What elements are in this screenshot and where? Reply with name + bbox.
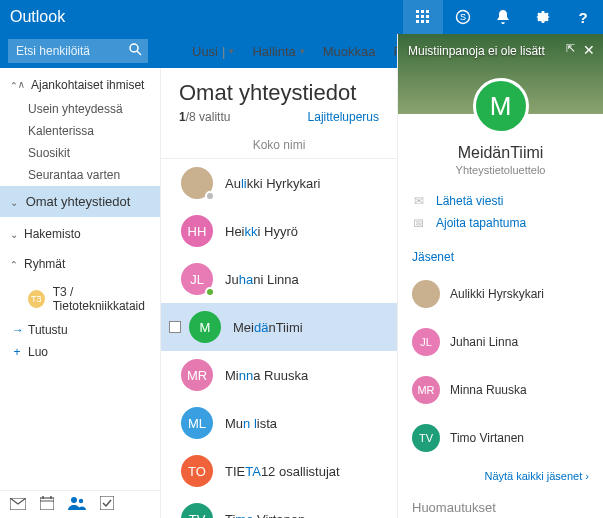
hero-controls: ⇱ ✕: [566, 42, 595, 58]
nav-own-contacts-label: Omat yhteystiedot: [26, 194, 131, 209]
people-icon[interactable]: [68, 496, 86, 513]
edit-button[interactable]: Muokkaa: [323, 44, 376, 59]
svg-rect-20: [100, 496, 114, 510]
brand-label: Outlook: [10, 8, 65, 26]
nav-sub-item[interactable]: Suosikit: [0, 142, 160, 164]
search-input[interactable]: [8, 39, 148, 63]
contact-row[interactable]: MLMun lista: [161, 399, 397, 447]
mail-icon[interactable]: [10, 497, 26, 513]
svg-rect-5: [426, 15, 429, 18]
svg-rect-14: [40, 498, 54, 510]
sort-link[interactable]: Lajitteluperus: [308, 110, 379, 124]
chevron-down-icon: ▾: [229, 46, 234, 56]
selected-n: 1: [179, 110, 186, 124]
avatar: MR: [181, 359, 213, 391]
nav-own-contacts[interactable]: ⌄ Omat yhteystiedot: [0, 186, 160, 217]
nav-directory-label: Hakemisto: [24, 227, 81, 241]
manage-label: Hallinta: [252, 44, 295, 59]
tasks-icon[interactable]: [100, 496, 114, 513]
search-icon[interactable]: [129, 43, 142, 59]
detail-hero: Muistiinpanoja ei ole lisätt ⇱ ✕ M: [398, 34, 603, 114]
chevron-right-icon: ›: [585, 470, 589, 482]
member-row[interactable]: JLJuhani Linna: [398, 318, 603, 366]
avatar: MR: [412, 376, 440, 404]
detail-actions: ✉ Lähetä viesti 📅︎ Ajoita tapahtuma: [412, 190, 603, 234]
total-n: 8: [189, 110, 196, 124]
skype-icon[interactable]: S: [443, 0, 483, 34]
nav-sub-item[interactable]: Usein yhteydessä: [0, 98, 160, 120]
help-icon[interactable]: ?: [563, 0, 603, 34]
contact-row[interactable]: JLJuhani Linna: [161, 255, 397, 303]
new-button[interactable]: + Uusi | ▾: [174, 44, 234, 59]
svg-rect-7: [421, 20, 424, 23]
popout-icon[interactable]: ⇱: [566, 42, 575, 58]
svg-text:S: S: [460, 12, 466, 22]
calendar-icon[interactable]: [40, 496, 54, 513]
nav-create[interactable]: + Luo: [0, 339, 160, 361]
svg-rect-6: [416, 20, 419, 23]
member-row[interactable]: TVTimo Virtanen: [398, 414, 603, 462]
schedule-label: Ajoita tapahtuma: [436, 216, 526, 230]
schedule-action[interactable]: 📅︎ Ajoita tapahtuma: [412, 212, 603, 234]
contact-name: Heikki Hyyrö: [225, 224, 298, 239]
show-all-members[interactable]: Näytä kaikki jäsenet ›: [398, 462, 603, 490]
nav-explore[interactable]: → Tutustu: [0, 317, 160, 339]
svg-rect-2: [426, 10, 429, 13]
calendar-icon: 📅︎: [412, 216, 426, 230]
contact-row[interactable]: MRMinna Ruuska: [161, 351, 397, 399]
nav-groups-label: Ryhmät: [24, 257, 65, 271]
avatar: JL: [181, 263, 213, 295]
svg-rect-4: [421, 15, 424, 18]
send-label: Lähetä viesti: [436, 194, 503, 208]
list-header: Omat yhteystiedot 1/8 valittu Lajittelup…: [161, 68, 397, 128]
contact-row[interactable]: TOTIETA12 osallistujat: [161, 447, 397, 495]
chevron-down-icon: ⌄: [10, 197, 18, 208]
detail-name-block: MeidänTiimi Yhteystietoluettelo: [398, 144, 603, 176]
plus-icon: +: [174, 44, 188, 58]
gear-icon[interactable]: [523, 0, 563, 34]
mail-icon: ✉: [412, 194, 426, 208]
member-name: Juhani Linna: [450, 335, 518, 349]
new-label: Uusi: [192, 44, 218, 59]
nav-group-item[interactable]: T3T3 / Tietotekniikkataid: [0, 277, 160, 317]
svg-point-18: [71, 497, 77, 503]
contact-row[interactable]: Aulikki Hyrkykari: [161, 159, 397, 207]
header-icons: S ?: [403, 0, 603, 34]
contact-name: Juhani Linna: [225, 272, 299, 287]
module-switcher: [0, 490, 160, 518]
column-header[interactable]: Koko nimi: [161, 128, 397, 159]
contact-row[interactable]: HHHeikki Hyyrö: [161, 207, 397, 255]
close-icon[interactable]: ✕: [583, 42, 595, 58]
avatar: TV: [181, 503, 213, 518]
nav-explore-label: Tutustu: [28, 323, 68, 337]
nav-relevant-people[interactable]: ⌄ Ajankohtaiset ihmiset: [0, 68, 160, 98]
nav-relevant-label: Ajankohtaiset ihmiset: [31, 78, 144, 92]
app-header: Outlook S ?: [0, 0, 603, 34]
arrow-icon: →: [12, 323, 22, 337]
member-row[interactable]: Aulikki Hyrskykari: [398, 270, 603, 318]
contact-name: Mun lista: [225, 416, 277, 431]
contact-row[interactable]: TVTimo Virtanen: [161, 495, 397, 518]
contact-name: Timo Virtanen: [225, 512, 305, 519]
nav-create-label: Luo: [28, 345, 48, 359]
manage-button[interactable]: Hallinta ▾: [252, 44, 304, 59]
detail-pane: Muistiinpanoja ei ole lisätt ⇱ ✕ M Meidä…: [397, 34, 603, 518]
nav-groups[interactable]: ⌄ Ryhmät: [0, 247, 160, 277]
waffle-icon[interactable]: [403, 0, 443, 34]
bell-icon[interactable]: [483, 0, 523, 34]
pipe-sep: |: [222, 44, 225, 59]
svg-line-12: [137, 51, 141, 55]
member-row[interactable]: MRMinna Ruuska: [398, 366, 603, 414]
presence-badge: [205, 191, 215, 201]
contact-rows: Aulikki HyrkykariHHHeikki HyyröJLJuhani …: [161, 159, 397, 518]
nav-directory[interactable]: ⌄ Hakemisto: [0, 217, 160, 247]
plus-icon: +: [12, 345, 22, 359]
group-badge: T3: [28, 290, 45, 308]
svg-point-19: [79, 499, 83, 503]
contact-row[interactable]: MMeidänTiimi: [161, 303, 397, 351]
hero-note: Muistiinpanoja ei ole lisätt: [408, 44, 545, 58]
selection-count: 1/8 valittu: [179, 110, 230, 124]
nav-sub-item[interactable]: Kalenterissa: [0, 120, 160, 142]
send-message-action[interactable]: ✉ Lähetä viesti: [412, 190, 603, 212]
nav-sub-item[interactable]: Seurantaa varten: [0, 164, 160, 186]
